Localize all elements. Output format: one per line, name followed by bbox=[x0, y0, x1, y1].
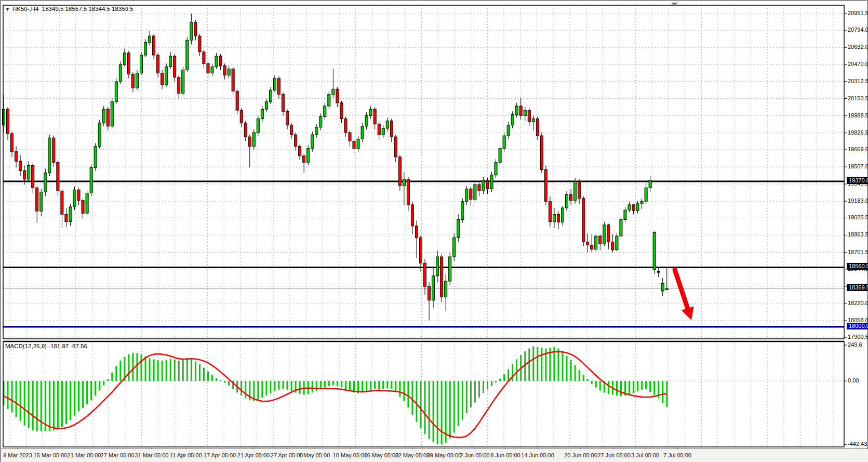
bull-candle bbox=[115, 82, 117, 102]
price-axis-label: 18220.0 bbox=[848, 300, 868, 306]
bull-candle bbox=[461, 202, 464, 220]
price-axis-label: 20150.5 bbox=[848, 95, 868, 101]
bear-candle bbox=[415, 226, 418, 237]
time-axis-label: 22 May 05:00 bbox=[395, 452, 430, 458]
bull-candle bbox=[645, 188, 647, 201]
bull-candle bbox=[136, 73, 138, 88]
bull-candle bbox=[319, 116, 322, 127]
bull-candle bbox=[553, 214, 555, 221]
time-axis-label: 3 Jul 05:00 bbox=[631, 452, 659, 458]
bear-candle bbox=[295, 135, 297, 146]
chart-shift-marker-icon[interactable] bbox=[671, 3, 678, 6]
bull-candle bbox=[382, 128, 384, 135]
bear-candle bbox=[19, 161, 22, 170]
bear-candle bbox=[7, 109, 9, 134]
chart-canvas[interactable] bbox=[1, 1, 868, 462]
bull-candle bbox=[620, 220, 622, 236]
bull-candle bbox=[149, 36, 151, 42]
bear-candle bbox=[519, 106, 522, 115]
bear-candle bbox=[198, 36, 201, 52]
time-axis-label: 11 Apr 05:00 bbox=[170, 452, 202, 458]
macd-indicator-label: MACD(12,26,9) -181.97 -87.56 bbox=[5, 343, 87, 349]
bear-candle bbox=[178, 77, 180, 94]
time-axis-label: 8 Jun 05:00 bbox=[490, 452, 520, 458]
price-axis-label: 19025.5 bbox=[848, 214, 868, 220]
bear-candle bbox=[607, 225, 610, 242]
time-axis-label: 29 May 05:00 bbox=[427, 452, 462, 458]
bull-candle bbox=[449, 257, 451, 281]
bear-candle bbox=[390, 121, 393, 137]
bull-candle bbox=[436, 257, 439, 276]
bull-candle bbox=[190, 22, 193, 41]
bull-candle bbox=[503, 136, 505, 149]
price-axis-label: 20951.5 bbox=[848, 10, 868, 16]
bull-candle bbox=[507, 125, 510, 136]
bull-candle bbox=[532, 119, 535, 122]
bear-candle bbox=[478, 184, 480, 191]
price-level-badge: 18560.0 bbox=[847, 263, 868, 270]
bull-candle bbox=[123, 53, 126, 64]
bull-candle bbox=[495, 162, 497, 175]
bull-candle bbox=[357, 139, 359, 148]
bull-candle bbox=[636, 204, 639, 210]
symbol-ohlc-text: HK50-,H4 18349.5 18557.5 18344.5 18359.5 bbox=[12, 6, 133, 12]
bull-candle bbox=[432, 276, 435, 300]
bear-candle bbox=[127, 53, 130, 74]
bull-candle bbox=[111, 102, 113, 126]
bull-candle bbox=[665, 288, 668, 289]
bear-candle bbox=[282, 95, 285, 112]
bull-candle bbox=[90, 167, 92, 193]
bear-candle bbox=[440, 257, 443, 297]
bull-candle bbox=[624, 210, 626, 219]
bear-candle bbox=[570, 195, 572, 201]
bear-candle bbox=[57, 162, 59, 191]
price-axis-label: 20632.0 bbox=[848, 44, 868, 50]
bull-candle bbox=[182, 70, 184, 94]
bull-candle bbox=[261, 109, 263, 118]
bear-candle bbox=[157, 55, 159, 73]
bull-candle bbox=[603, 225, 606, 244]
bear-candle bbox=[657, 272, 660, 273]
bear-candle bbox=[52, 138, 55, 162]
bull-candle bbox=[311, 135, 314, 149]
bear-candle bbox=[173, 56, 176, 77]
bull-candle bbox=[566, 195, 568, 208]
bear-candle bbox=[528, 110, 530, 122]
bear-candle bbox=[277, 78, 280, 95]
bear-candle bbox=[15, 152, 18, 161]
bull-candle bbox=[315, 127, 318, 135]
time-axis-label: 2 Jun 05:00 bbox=[460, 452, 490, 458]
price-level-badge: 19370.0 bbox=[847, 177, 868, 184]
bear-candle bbox=[194, 22, 197, 36]
price-level-badge: 18000.0 bbox=[847, 323, 868, 329]
bull-candle bbox=[98, 123, 101, 147]
bull-candle bbox=[169, 56, 172, 67]
bear-candle bbox=[540, 136, 543, 169]
bear-candle bbox=[549, 202, 551, 222]
bull-candle bbox=[574, 181, 577, 201]
bear-candle bbox=[106, 109, 109, 126]
bull-candle bbox=[257, 119, 259, 133]
price-axis-label: 20794.0 bbox=[848, 27, 868, 33]
bear-candle bbox=[486, 180, 489, 189]
symbol-dropdown-icon[interactable]: ▼ bbox=[5, 7, 10, 12]
bear-candle bbox=[203, 52, 205, 63]
bear-candle bbox=[407, 179, 409, 205]
bear-candle bbox=[599, 236, 602, 244]
bear-candle bbox=[344, 119, 347, 133]
time-axis-label: 31 Mar 05:00 bbox=[135, 452, 169, 458]
time-axis-label: 15 Mar 05:00 bbox=[34, 452, 68, 458]
macd-axis-label: -442.43 bbox=[848, 441, 867, 447]
bull-candle bbox=[273, 78, 276, 90]
symbol-ohlc-readout: ▼HK50-,H4 18349.5 18557.5 18344.5 18359.… bbox=[5, 6, 133, 12]
bear-candle bbox=[236, 91, 238, 110]
time-axis-label: 27 Jun 05:00 bbox=[597, 452, 631, 458]
bear-candle bbox=[586, 242, 589, 245]
bull-candle bbox=[48, 138, 51, 173]
bear-candle bbox=[353, 141, 355, 148]
price-axis-label: 17900.5 bbox=[848, 334, 868, 340]
bear-candle bbox=[32, 165, 34, 188]
price-axis-label: 19988.5 bbox=[848, 112, 868, 118]
price-axis-label: 19183.0 bbox=[848, 197, 868, 204]
down-arrow-head bbox=[682, 306, 694, 320]
